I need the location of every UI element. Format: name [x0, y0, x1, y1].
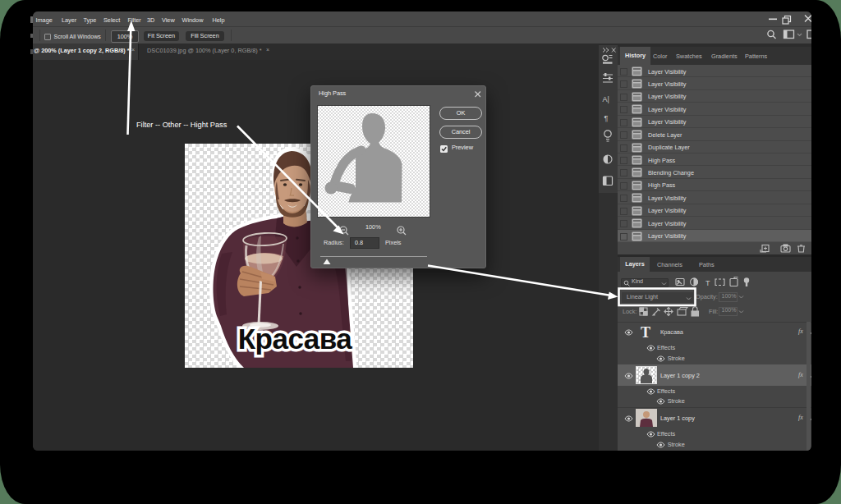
svg-text:¶: ¶: [604, 114, 609, 122]
svg-text:T: T: [705, 279, 710, 287]
svg-text:A|: A|: [603, 95, 609, 103]
svg-text:Красава: Красава: [238, 323, 353, 355]
